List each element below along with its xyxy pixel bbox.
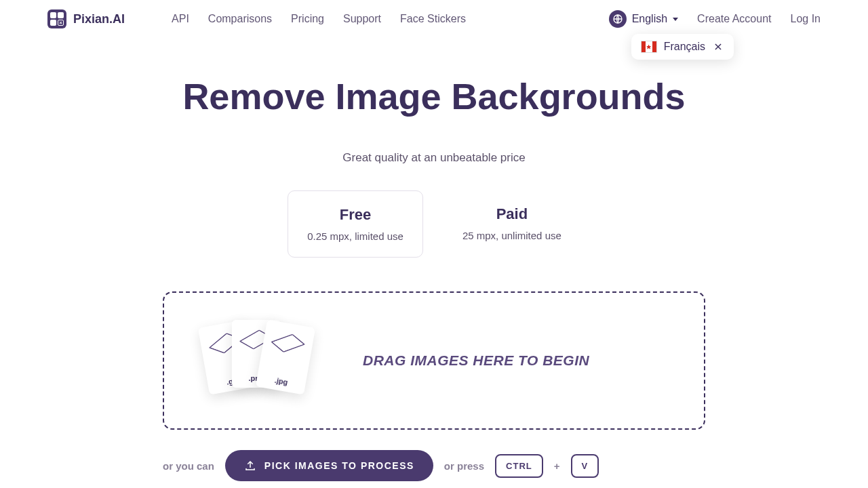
pick-images-label: PICK IMAGES TO PROCESS — [264, 460, 414, 471]
login-link[interactable]: Log In — [791, 13, 821, 25]
plan-free-desc: 0.25 mpx, limited use — [307, 230, 403, 242]
plus-sign: + — [554, 460, 560, 472]
nav-pricing[interactable]: Pricing — [291, 13, 324, 25]
plan-paid[interactable]: Paid 25 mpx, unlimited use — [443, 190, 580, 258]
language-selector[interactable]: English — [609, 10, 678, 28]
logo[interactable]: × Pixian.AI — [47, 9, 125, 28]
nav-comparisons[interactable]: Comparisons — [208, 13, 272, 25]
plan-paid-title: Paid — [462, 205, 561, 223]
action-row: or you can PICK IMAGES TO PROCESS or pre… — [163, 450, 705, 481]
plan-paid-desc: 25 mpx, unlimited use — [462, 230, 561, 241]
page-subheadline: Great quality at an unbeatable price — [0, 151, 868, 165]
logo-icon: × — [47, 9, 66, 28]
file-ext-jpg: .jpg — [274, 376, 288, 386]
main-nav: API Comparisons Pricing Support Face Sti… — [172, 13, 466, 25]
language-current: English — [632, 13, 667, 25]
dropzone[interactable]: .gif .png .jpg DRAG IMAGES HERE TO BEGIN — [163, 291, 705, 430]
or-you-can-text: or you can — [163, 460, 214, 472]
pick-images-button[interactable]: PICK IMAGES TO PROCESS — [225, 450, 433, 481]
create-account-link[interactable]: Create Account — [697, 13, 771, 25]
globe-icon — [609, 10, 627, 28]
plans-row: Free 0.25 mpx, limited use Paid 25 mpx, … — [0, 190, 868, 258]
upload-icon — [244, 460, 256, 472]
nav-face-stickers[interactable]: Face Stickers — [400, 13, 466, 25]
key-v: V — [571, 454, 599, 478]
page-headline: Remove Image Backgrounds — [0, 75, 868, 117]
or-press-text: or press — [444, 460, 484, 472]
right-nav: English Create Account Log In — [609, 10, 821, 28]
plan-free[interactable]: Free 0.25 mpx, limited use — [288, 190, 423, 258]
dropzone-text: DRAG IMAGES HERE TO BEGIN — [363, 352, 589, 369]
nav-api[interactable]: API — [172, 13, 189, 25]
chevron-down-icon — [673, 18, 678, 21]
brand-name: Pixian.AI — [73, 12, 125, 26]
key-ctrl: CTRL — [495, 454, 543, 478]
main-content: Remove Image Backgrounds Great quality a… — [0, 38, 868, 481]
plan-free-title: Free — [307, 206, 403, 224]
nav-support[interactable]: Support — [343, 13, 381, 25]
header: × Pixian.AI API Comparisons Pricing Supp… — [0, 0, 868, 38]
file-type-icons: .gif .png .jpg — [197, 320, 315, 401]
